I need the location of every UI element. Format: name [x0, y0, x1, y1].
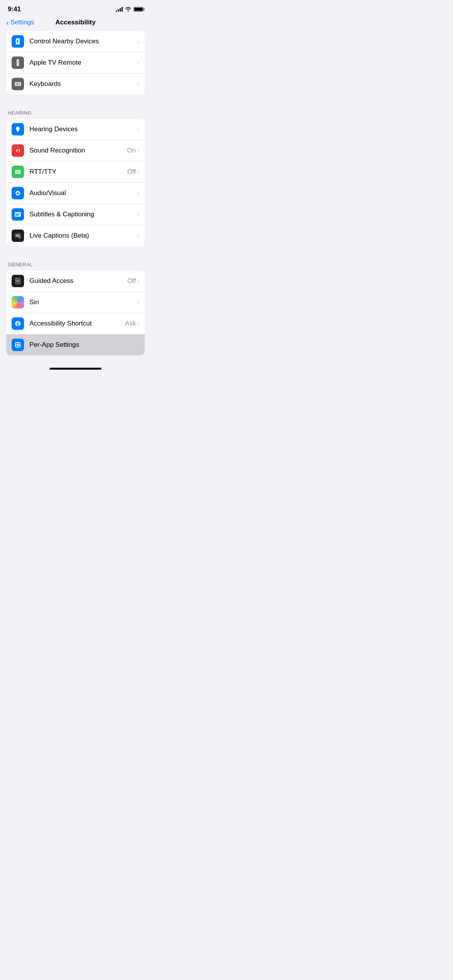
section-header-hearing: HEARING	[0, 104, 151, 119]
list-item-control-nearby-devices[interactable]: Control Nearby Devices ›	[6, 31, 145, 52]
section-hearing: HEARING Hearing Devices ›	[0, 104, 151, 246]
accessibility-shortcut-icon	[12, 317, 24, 330]
list-item-keyboards[interactable]: Keyboards ›	[6, 74, 145, 94]
svg-rect-7	[15, 82, 21, 86]
live-captions-icon	[12, 230, 24, 242]
item-label: Live Captions (Beta)	[29, 232, 89, 240]
item-label: Keyboards	[29, 80, 61, 88]
back-chevron-icon: ‹	[6, 19, 9, 26]
chevron-right-icon: ›	[137, 299, 139, 306]
svg-rect-10	[18, 83, 19, 84]
list-item-audio-visual[interactable]: Audio/Visual ›	[6, 183, 145, 204]
home-bar	[50, 368, 101, 370]
subtitles-captioning-icon	[12, 208, 24, 221]
list-item-guided-access[interactable]: Guided Access Off ›	[6, 271, 145, 292]
item-content: Apple TV Remote ›	[29, 59, 139, 67]
siri-icon	[12, 296, 24, 308]
svg-rect-12	[15, 84, 16, 85]
item-right: ›	[137, 60, 139, 66]
item-content: Per-App Settings ›	[29, 341, 139, 349]
chevron-right-icon: ›	[137, 126, 139, 133]
svg-rect-20	[17, 172, 19, 173]
svg-point-33	[17, 322, 19, 323]
item-label: Control Nearby Devices	[29, 38, 99, 45]
item-right: Off ›	[127, 168, 139, 176]
item-label: Apple TV Remote	[29, 59, 81, 67]
item-content: Subtitles & Captioning ›	[29, 211, 139, 218]
sound-recognition-icon	[12, 144, 24, 157]
hearing-list-group: Hearing Devices › Sound Recognition On ›	[6, 119, 145, 246]
item-content: Keyboards ›	[29, 80, 139, 88]
item-right: ›	[137, 342, 139, 348]
per-app-settings-icon	[12, 339, 24, 351]
svg-rect-15	[15, 170, 21, 174]
chevron-right-icon: ›	[137, 320, 139, 327]
list-item-hearing-devices[interactable]: Hearing Devices ›	[6, 119, 145, 140]
item-label: Accessibility Shortcut	[29, 320, 92, 327]
svg-rect-5	[17, 63, 18, 64]
item-right: ›	[137, 126, 139, 133]
chevron-right-icon: ›	[137, 278, 139, 284]
signal-icon	[116, 7, 123, 12]
nav-bar: ‹ Settings Accessibility	[0, 15, 151, 31]
battery-icon	[134, 7, 143, 12]
rtt-tty-icon	[12, 166, 24, 178]
svg-rect-25	[15, 214, 20, 214]
item-right: Off ›	[127, 277, 139, 285]
svg-rect-36	[18, 343, 20, 344]
item-label: Sound Recognition	[29, 147, 85, 154]
page-title: Accessibility	[55, 19, 96, 26]
item-label: Hearing Devices	[29, 125, 78, 133]
home-indicator	[0, 365, 151, 372]
top-list-group: Control Nearby Devices › Apple TV Remote…	[6, 31, 145, 94]
svg-rect-17	[17, 171, 18, 172]
svg-rect-26	[15, 215, 19, 216]
svg-point-1	[17, 41, 19, 42]
list-item-sound-recognition[interactable]: Sound Recognition On ›	[6, 140, 145, 161]
item-content: Control Nearby Devices ›	[29, 38, 139, 45]
apple-tv-remote-icon	[12, 57, 24, 69]
list-item-subtitles-captioning[interactable]: Subtitles & Captioning ›	[6, 204, 145, 225]
svg-rect-14	[19, 84, 20, 85]
svg-rect-19	[16, 172, 17, 173]
wifi-icon	[125, 7, 131, 12]
section-general: GENERAL Guided Access Off ›	[0, 255, 151, 355]
chevron-right-icon: ›	[137, 169, 139, 175]
svg-rect-8	[15, 83, 16, 84]
svg-rect-9	[17, 83, 17, 84]
guided-access-value: Off	[127, 277, 136, 285]
list-item-accessibility-shortcut[interactable]: Accessibility Shortcut Ask ›	[6, 313, 145, 334]
chevron-right-icon: ›	[137, 233, 139, 239]
section-header-general: GENERAL	[0, 255, 151, 271]
accessibility-shortcut-value: Ask	[125, 320, 136, 327]
status-icons	[116, 7, 143, 12]
chevron-right-icon: ›	[137, 147, 139, 154]
list-item-per-app-settings[interactable]: Per-App Settings ›	[6, 334, 145, 355]
item-label: Guided Access	[29, 277, 73, 285]
item-right: ›	[137, 38, 139, 45]
item-content: RTT/TTY Off ›	[29, 168, 139, 176]
svg-rect-35	[16, 343, 17, 344]
back-button[interactable]: ‹ Settings	[6, 19, 34, 26]
hearing-devices-icon	[12, 123, 24, 135]
list-item-siri[interactable]: Siri ›	[6, 292, 145, 313]
item-content: Audio/Visual ›	[29, 189, 139, 197]
sound-recognition-value: On	[127, 147, 136, 154]
item-right: On ›	[127, 147, 139, 154]
item-label: RTT/TTY	[29, 168, 57, 176]
svg-rect-11	[19, 83, 20, 84]
list-item-live-captions[interactable]: Live Captions (Beta) ›	[6, 225, 145, 246]
general-list-group: Guided Access Off › Siri ›	[6, 271, 145, 355]
item-label: Audio/Visual	[29, 189, 66, 197]
status-time: 9:41	[8, 5, 21, 13]
control-nearby-icon	[12, 35, 24, 48]
svg-rect-13	[17, 84, 19, 85]
svg-rect-6	[17, 64, 18, 65]
rtt-tty-value: Off	[127, 168, 136, 176]
chevron-right-icon: ›	[137, 60, 139, 66]
svg-point-3	[17, 61, 18, 62]
item-right: ›	[137, 190, 139, 197]
list-item-rtt-tty[interactable]: RTT/TTY Off ›	[6, 161, 145, 183]
list-item-apple-tv-remote[interactable]: Apple TV Remote ›	[6, 52, 145, 74]
item-content: Live Captions (Beta) ›	[29, 232, 139, 240]
